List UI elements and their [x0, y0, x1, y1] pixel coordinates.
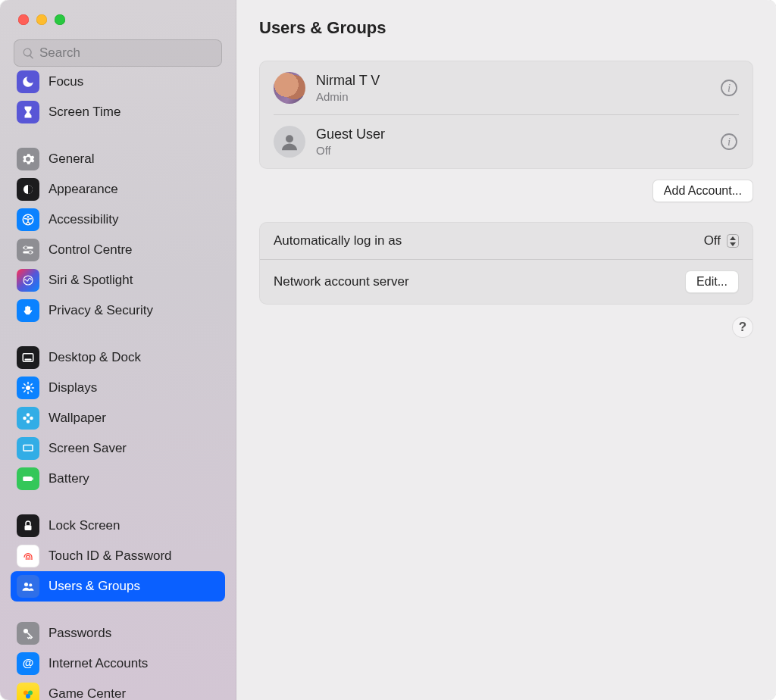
svg-point-14: [30, 417, 33, 420]
svg-point-13: [23, 417, 27, 420]
brightness-icon: [17, 377, 39, 399]
sidebar-item-desktop-dock[interactable]: Desktop & Dock: [11, 342, 225, 373]
info-button[interactable]: i: [719, 132, 739, 152]
sidebar-item-battery[interactable]: Battery: [11, 464, 225, 494]
sidebar-item-appearance[interactable]: Appearance: [11, 174, 225, 205]
screensaver-icon: [17, 437, 39, 460]
nav-label: Displays: [48, 380, 97, 395]
siri-icon: [17, 269, 39, 292]
user-status: Off: [316, 144, 385, 157]
svg-point-2: [27, 216, 30, 218]
appearance-icon: [17, 178, 39, 201]
svg-point-22: [29, 583, 32, 586]
sidebar-item-internet-accounts[interactable]: @ Internet Accounts: [11, 648, 225, 679]
game-icon: [17, 683, 39, 700]
guest-avatar: [274, 126, 305, 158]
fullscreen-window-icon[interactable]: [55, 14, 65, 25]
sidebar-item-displays[interactable]: Displays: [11, 373, 225, 403]
search-icon: [22, 47, 35, 60]
user-role: Admin: [316, 90, 380, 103]
minimize-window-icon[interactable]: [36, 14, 47, 25]
page-title: Users & Groups: [259, 18, 753, 38]
users-list: Nirmal T V Admin i Guest User Off i: [259, 61, 753, 169]
nav-label: Screen Time: [48, 105, 120, 120]
nav-label: Control Centre: [48, 242, 133, 258]
search-field[interactable]: [14, 39, 222, 67]
sidebar-item-accessibility[interactable]: Accessibility: [11, 205, 225, 235]
sidebar-item-lock-screen[interactable]: Lock Screen: [11, 511, 225, 541]
chevron-updown-icon: [727, 234, 739, 248]
user-name: Nirmal T V: [316, 73, 380, 89]
login-settings: Automatically log in as Off Network acco…: [259, 222, 753, 305]
auto-login-row: Automatically log in as Off: [260, 223, 753, 259]
add-account-button[interactable]: Add Account...: [652, 180, 753, 202]
user-name: Guest User: [316, 127, 385, 142]
svg-rect-18: [23, 477, 32, 481]
close-window-icon[interactable]: [18, 14, 29, 25]
nav-label: Wallpaper: [48, 411, 106, 426]
nav-label: Internet Accounts: [48, 656, 148, 671]
nav-label: Lock Screen: [48, 518, 120, 533]
sidebar-item-screen-time[interactable]: Screen Time: [11, 97, 225, 127]
sidebar-item-users-groups[interactable]: Users & Groups: [11, 571, 225, 602]
svg-text:i: i: [728, 136, 731, 148]
sidebar-item-passwords[interactable]: Passwords: [11, 618, 225, 648]
help-button[interactable]: ?: [732, 317, 753, 338]
nav-label: General: [48, 152, 94, 167]
svg-point-30: [286, 135, 293, 142]
moon-icon: [17, 70, 39, 93]
svg-text:@: @: [23, 656, 34, 669]
sidebar: Focus Screen Time General Appearance: [0, 0, 236, 700]
svg-point-11: [27, 413, 30, 417]
info-button[interactable]: i: [719, 78, 739, 98]
svg-point-12: [27, 420, 30, 423]
search-input[interactable]: [39, 45, 214, 61]
svg-text:i: i: [728, 82, 731, 94]
svg-point-15: [27, 417, 30, 420]
help-icon: ?: [739, 320, 746, 335]
nav-label: Users & Groups: [48, 579, 140, 594]
sidebar-item-touch-id[interactable]: Touch ID & Password: [11, 541, 225, 571]
window-controls: [0, 0, 236, 39]
user-info: Guest User Off: [316, 127, 385, 157]
svg-point-27: [26, 694, 30, 698]
users-icon: [17, 575, 39, 598]
gear-icon: [17, 148, 39, 170]
lock-icon: [17, 514, 39, 537]
sidebar-item-screen-saver[interactable]: Screen Saver: [11, 433, 225, 464]
svg-point-6: [29, 251, 33, 255]
svg-rect-19: [32, 478, 33, 480]
sidebar-item-siri-spotlight[interactable]: Siri & Spotlight: [11, 265, 225, 295]
sidebar-item-wallpaper[interactable]: Wallpaper: [11, 403, 225, 433]
accessibility-icon: [17, 208, 39, 231]
sliders-icon: [17, 239, 39, 261]
flower-icon: [17, 407, 39, 430]
nav-label: Accessibility: [48, 212, 119, 227]
user-row[interactable]: Nirmal T V Admin i: [274, 61, 739, 114]
user-avatar: [274, 72, 305, 104]
edit-network-button[interactable]: Edit...: [685, 270, 739, 293]
main-content: Users & Groups Nirmal T V Admin i Guest …: [236, 0, 776, 700]
sidebar-item-privacy-security[interactable]: Privacy & Security: [11, 295, 225, 326]
nav-label: Passwords: [48, 626, 111, 641]
user-row[interactable]: Guest User Off i: [274, 114, 739, 168]
svg-rect-17: [24, 445, 33, 450]
sidebar-item-focus[interactable]: Focus: [11, 70, 225, 97]
auto-login-value: Off: [704, 233, 721, 248]
key-icon: [17, 622, 39, 645]
svg-point-23: [23, 629, 28, 633]
fingerprint-icon: [17, 545, 39, 567]
sidebar-item-game-center[interactable]: Game Center: [11, 679, 225, 700]
svg-point-5: [24, 246, 28, 250]
nav-label: Screen Saver: [48, 441, 127, 456]
nav-label: Privacy & Security: [48, 303, 153, 318]
nav-label: Battery: [48, 471, 89, 486]
sidebar-item-general[interactable]: General: [11, 144, 225, 174]
nav-label: Siri & Spotlight: [48, 273, 133, 288]
sidebar-item-control-centre[interactable]: Control Centre: [11, 235, 225, 265]
at-icon: @: [17, 652, 39, 675]
svg-point-21: [24, 583, 28, 586]
auto-login-select[interactable]: Off: [704, 233, 739, 248]
battery-icon: [17, 467, 39, 490]
nav-label: Touch ID & Password: [48, 548, 172, 564]
